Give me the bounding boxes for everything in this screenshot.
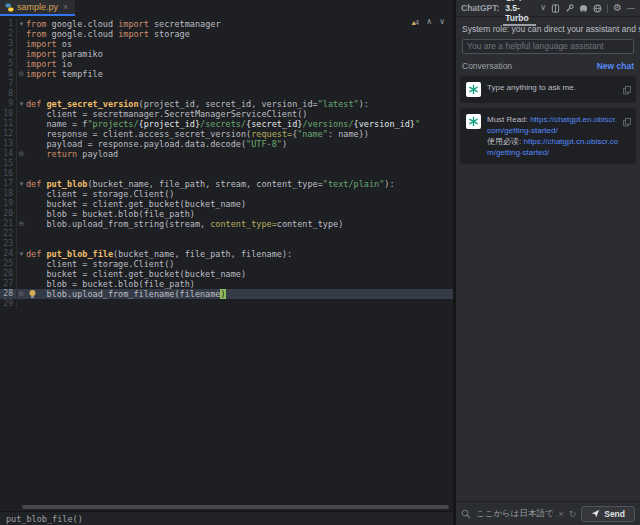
code-text: blob = bucket.blob(file_path) [26, 209, 195, 219]
code-line[interactable]: 25 client = storage.Client() [0, 259, 453, 269]
line-number[interactable]: 15 [0, 159, 16, 169]
line-number[interactable]: 23 [0, 239, 16, 249]
line-number[interactable]: 11 [0, 119, 16, 129]
line-number[interactable]: 19 [0, 199, 16, 209]
code-editor[interactable]: 1▾from google.cloud import secretmanager… [0, 16, 453, 504]
line-number[interactable]: 9 [0, 99, 16, 109]
book-icon[interactable] [551, 4, 560, 13]
system-role-input[interactable]: You are a helpful language assistant [462, 39, 634, 54]
line-number[interactable]: 24 [0, 249, 16, 259]
copy-message-icon[interactable] [623, 113, 631, 131]
line-number[interactable]: 18 [0, 189, 16, 199]
horizontal-scrollbar[interactable] [0, 504, 453, 511]
prev-problem-icon[interactable]: ∧ [426, 17, 432, 27]
code-text: import os [26, 39, 72, 49]
code-line[interactable]: 12 response = client.access_secret_versi… [0, 129, 453, 139]
line-number[interactable]: 25 [0, 259, 16, 269]
line-number[interactable]: 13 [0, 139, 16, 149]
github-icon[interactable] [579, 4, 588, 13]
code-line[interactable]: 21⊖ blob.upload_from_string(stream, cont… [0, 219, 453, 229]
code-line[interactable]: 4import paramiko [0, 49, 453, 59]
copy-message-icon[interactable] [623, 81, 631, 99]
line-number[interactable]: 20 [0, 209, 16, 219]
code-line[interactable]: 27 blob = bucket.blob(file_path) [0, 279, 453, 289]
line-number[interactable]: 12 [0, 129, 16, 139]
intention-lightbulb-icon[interactable] [28, 289, 37, 299]
line-number[interactable]: 7 [0, 79, 16, 89]
breadcrumb-bar: put_blob_file() [0, 511, 453, 525]
code-line[interactable]: 1▾from google.cloud import secretmanager [0, 19, 453, 29]
line-number[interactable]: 26 [0, 269, 16, 279]
wrench-icon[interactable] [565, 4, 574, 13]
chat-message-input[interactable]: ここからは日本語で返答して [476, 508, 553, 520]
fold-marker-icon[interactable]: ▾ [16, 19, 26, 29]
breadcrumb[interactable]: put_blob_file() [6, 514, 83, 524]
code-line[interactable]: 19 bucket = client.get_bucket(bucket_nam… [0, 199, 453, 209]
line-number[interactable]: 10 [0, 109, 16, 119]
code-line[interactable]: 5import io [0, 59, 453, 69]
chevron-down-icon[interactable]: ∨ [540, 3, 546, 13]
fold-marker-icon[interactable]: ⊖ [16, 219, 26, 229]
code-line[interactable]: 9▾def get_secret_version(project_id, sec… [0, 99, 453, 109]
code-line[interactable]: 3import os [0, 39, 453, 49]
globe-icon[interactable] [593, 4, 602, 13]
code-line[interactable]: 10 client = secretmanager.SecretManagerS… [0, 109, 453, 119]
code-text: bucket = client.get_bucket(bucket_name) [26, 269, 246, 279]
line-number[interactable]: 6 [0, 69, 16, 79]
line-number[interactable]: 4 [0, 49, 16, 59]
code-line[interactable]: 15 [0, 159, 453, 169]
line-number[interactable]: 21 [0, 219, 16, 229]
fold-marker-icon[interactable]: ⊖ [16, 149, 26, 159]
tab-close-icon[interactable]: × [63, 2, 68, 12]
code-line[interactable]: 26 bucket = client.get_bucket(bucket_nam… [0, 269, 453, 279]
warning-indicator[interactable]: ▲ 4 [410, 18, 419, 27]
redo-icon[interactable]: ↻ [569, 509, 577, 519]
code-line[interactable]: 11 name = f"projects/{project_id}/secret… [0, 119, 453, 129]
next-problem-icon[interactable]: ∨ [439, 17, 445, 27]
fold-marker-icon[interactable]: ⊖ [16, 289, 26, 299]
line-number[interactable]: 1 [0, 19, 16, 29]
line-number[interactable]: 28 [0, 289, 16, 299]
send-button[interactable]: Send [581, 506, 635, 522]
code-line[interactable]: 24▾def put_blob_file(bucket_name, file_p… [0, 249, 453, 259]
fold-column [16, 109, 26, 119]
fold-marker-icon[interactable]: ⊖ [16, 69, 26, 79]
message-link[interactable]: https://chatgpt.en.obiscr.com/getting-st… [487, 115, 617, 135]
fold-marker-icon[interactable]: ▾ [16, 249, 26, 259]
line-number[interactable]: 8 [0, 89, 16, 99]
line-number[interactable]: 22 [0, 229, 16, 239]
hide-panel-icon[interactable]: — [627, 3, 635, 13]
code-line[interactable]: 20 blob = bucket.blob(file_path) [0, 209, 453, 219]
code-line[interactable]: 6⊖import tempfile [0, 69, 453, 79]
new-chat-link[interactable]: New chat [597, 61, 634, 71]
code-line[interactable]: 28⊖ blob.upload_from_filename(filename) [0, 289, 453, 299]
line-number[interactable]: 27 [0, 279, 16, 289]
code-line[interactable]: 7 [0, 79, 453, 89]
fold-column [16, 79, 26, 89]
line-number[interactable]: 14 [0, 149, 16, 159]
line-number[interactable]: 5 [0, 59, 16, 69]
line-number[interactable]: 2 [0, 29, 16, 39]
line-number[interactable]: 29 [0, 299, 16, 309]
line-number[interactable]: 17 [0, 179, 16, 189]
line-number[interactable]: 16 [0, 169, 16, 179]
code-line[interactable]: 8 [0, 89, 453, 99]
file-tab-sample-py[interactable]: sample.py × [0, 0, 75, 16]
code-line[interactable]: 18 client = storage.Client() [0, 189, 453, 199]
system-role-label: System role: you can direct your assista… [456, 17, 640, 39]
fold-marker-icon[interactable]: ▾ [16, 99, 26, 109]
code-line[interactable]: 29 [0, 299, 453, 309]
code-line[interactable]: 14⊖ return payload [0, 149, 453, 159]
line-number[interactable]: 3 [0, 39, 16, 49]
fold-marker-icon[interactable]: ▾ [16, 179, 26, 189]
horizontal-scrollbar-thumb[interactable] [22, 505, 449, 509]
code-line[interactable]: 17▾def put_blob(bucket_name, file_path, … [0, 179, 453, 189]
code-line[interactable]: 22 [0, 229, 453, 239]
clear-input-icon[interactable]: × [558, 509, 563, 519]
code-line[interactable]: 2from google.cloud import storage [0, 29, 453, 39]
message-link[interactable]: https://chatgpt.cn.obiscr.com/getting-st… [487, 137, 618, 157]
code-line[interactable]: 16 [0, 169, 453, 179]
code-line[interactable]: 23 [0, 239, 453, 249]
code-line[interactable]: 13 payload = response.payload.data.decod… [0, 139, 453, 149]
gear-icon[interactable]: ⚙ [613, 3, 622, 13]
